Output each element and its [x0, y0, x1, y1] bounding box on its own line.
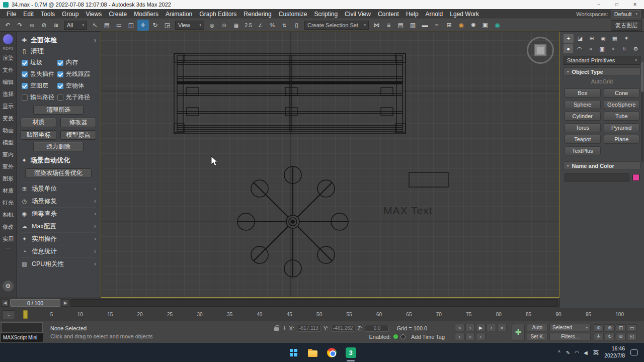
next-frame-button[interactable]: ›: [487, 324, 496, 331]
progressive-display-toggle[interactable]: [400, 334, 406, 339]
play-button[interactable]: ▶: [476, 324, 486, 331]
select-and-manipulate-icon[interactable]: ⊙: [218, 20, 230, 31]
primitive-button[interactable]: GeoSphere: [604, 100, 640, 109]
strip-category-item[interactable]: 模型: [3, 136, 14, 148]
time-slider-handle[interactable]: 0 / 100: [10, 299, 60, 307]
viewcube-top-face[interactable]: [534, 44, 546, 56]
pan-icon[interactable]: ✛: [594, 333, 604, 340]
gear-icon[interactable]: ⚙: [3, 281, 14, 292]
bind-to-space-warp-icon[interactable]: ≋: [50, 20, 62, 31]
select-by-name-icon[interactable]: ▤: [101, 20, 113, 31]
schematic-view-icon[interactable]: ⊞: [443, 20, 455, 31]
file-explorer-button[interactable]: [306, 346, 319, 359]
cleanup-checkbox[interactable]: 丢失插件: [22, 70, 55, 78]
maxscript-input-field[interactable]: [1, 322, 43, 333]
cleanup-checkbox[interactable]: 空图层: [22, 81, 55, 90]
previous-key-button[interactable]: ‹: [455, 333, 464, 340]
section-virus-scan[interactable]: ◉ 病毒查杀 ›: [21, 207, 96, 220]
track-bar[interactable]: ≈ 05101520253035404550556065707580859095…: [0, 308, 644, 321]
menu-item[interactable]: Customize: [275, 9, 311, 19]
named-selection-sets-icon[interactable]: {}: [291, 20, 302, 31]
category-helpers[interactable]: ⌖: [608, 44, 618, 53]
green-plus-button[interactable]: ✚: [512, 324, 525, 341]
menu-item[interactable]: File: [3, 9, 20, 19]
angle-snap-icon[interactable]: ∠: [255, 20, 266, 31]
key-filters-button[interactable]: Filters...: [549, 333, 591, 340]
primitive-button[interactable]: Plane: [604, 135, 640, 144]
time-slider-track[interactable]: [70, 299, 558, 307]
category-geometry[interactable]: ●: [564, 44, 573, 53]
absolute-mode-icon[interactable]: ✛: [282, 325, 286, 331]
menu-item[interactable]: Group: [58, 9, 82, 19]
undo-icon[interactable]: ↶: [2, 20, 14, 31]
menu-item[interactable]: Create: [105, 9, 130, 19]
strip-category-item[interactable]: 变换: [3, 112, 14, 124]
cleanup-tool-button[interactable]: 修改器: [60, 118, 96, 127]
menu-item[interactable]: Civil View: [341, 9, 374, 19]
taskbar-clock[interactable]: 16:46 2022/7/8: [604, 345, 625, 359]
tab-utilities[interactable]: ✶: [621, 34, 631, 43]
select-object-icon[interactable]: ↖: [89, 20, 101, 31]
plugin-panel-header[interactable]: ✚ 全面体检 ›: [21, 34, 96, 46]
minimize-button[interactable]: –: [590, 0, 608, 9]
strip-category-item[interactable]: 显示: [3, 100, 14, 112]
menu-item[interactable]: Rendering: [240, 9, 275, 19]
force-delete-button[interactable]: 强力删除: [33, 142, 84, 151]
material-editor-icon[interactable]: ◉: [455, 20, 467, 31]
strip-category-item[interactable]: 材质: [3, 185, 14, 197]
section-scene-repair[interactable]: ◷ 场景修复 ›: [21, 195, 96, 207]
curve-editor-icon[interactable]: ≈: [431, 20, 443, 31]
plugin-logo[interactable]: [3, 34, 13, 44]
go-to-end-button[interactable]: »: [497, 324, 507, 331]
ribbon-toggle-icon[interactable]: ▬: [419, 20, 431, 31]
strip-category-item[interactable]: 室内: [3, 148, 14, 160]
auto-key-button[interactable]: Auto: [527, 324, 548, 331]
zoom-extents-icon[interactable]: ⊡: [616, 324, 626, 332]
y-coordinate-field[interactable]: -461.262: [331, 325, 355, 332]
cleanup-checkbox[interactable]: 光子路径: [57, 93, 96, 102]
menu-item[interactable]: Lged Work: [446, 9, 482, 19]
viewport-top[interactable]: MAX Text: [101, 32, 559, 298]
render-farm-optimize-button[interactable]: 渲染农场任务优化: [25, 168, 92, 178]
tab-display[interactable]: ▦: [610, 34, 620, 43]
cleanup-checkbox[interactable]: 内存: [57, 58, 96, 67]
cleanup-tool-button[interactable]: 模型原点: [60, 130, 96, 140]
strip-category-item[interactable]: 文件: [3, 64, 14, 76]
language-indicator[interactable]: 英: [593, 349, 599, 356]
tab-modify[interactable]: ◪: [575, 34, 585, 43]
category-space-warps[interactable]: ≋: [619, 44, 629, 53]
chrome-button[interactable]: [325, 346, 338, 359]
align-icon[interactable]: ≡: [383, 20, 394, 31]
tab-hierarchy[interactable]: ⊞: [587, 34, 597, 43]
category-systems[interactable]: ⚙: [631, 44, 640, 53]
object-color-swatch[interactable]: [632, 174, 639, 181]
primitive-button[interactable]: Cone: [604, 88, 640, 98]
close-button[interactable]: ✕: [626, 0, 644, 9]
rendered-frame-icon[interactable]: ▣: [479, 20, 491, 31]
primitive-button[interactable]: Torus: [565, 123, 601, 132]
previous-frame-button[interactable]: ‹: [465, 324, 475, 331]
menu-item[interactable]: Help: [403, 9, 422, 19]
primitive-button[interactable]: Box: [565, 88, 601, 98]
enabled-status-dot[interactable]: [393, 334, 398, 339]
object-type-rollout-header[interactable]: ▾ Object Type: [564, 67, 640, 76]
cleanup-checkbox[interactable]: 输出路径: [22, 93, 55, 102]
autogrid-checkbox[interactable]: AutoGrid: [564, 78, 640, 86]
mirror-icon[interactable]: ⋈: [371, 20, 382, 31]
object-name-field[interactable]: [565, 173, 629, 182]
section-info-stats[interactable]: ◔ 信息统计 ›: [21, 245, 96, 257]
next-key-button[interactable]: ›: [476, 333, 486, 340]
snaps-toggle-icon[interactable]: 2.5: [243, 20, 254, 31]
use-pivot-center-icon[interactable]: ◎: [206, 20, 218, 31]
unlink-selection-icon[interactable]: ⊘: [38, 20, 50, 31]
set-key-button[interactable]: Set K.: [527, 333, 548, 340]
strip-category-item[interactable]: 灯光: [3, 197, 14, 209]
strip-category-item[interactable]: 室外: [3, 160, 14, 172]
menu-item[interactable]: Arnold: [422, 9, 447, 19]
time-slider-right-arrow[interactable]: ▶: [62, 299, 69, 307]
select-and-move-icon[interactable]: ✛: [137, 20, 149, 31]
clean-selected-button[interactable]: 清理所选: [33, 105, 84, 115]
select-and-scale-icon[interactable]: ◲: [162, 20, 173, 31]
x-coordinate-field[interactable]: -617.113: [297, 325, 321, 332]
3ds-max-taskbar-button[interactable]: 3: [344, 346, 357, 359]
